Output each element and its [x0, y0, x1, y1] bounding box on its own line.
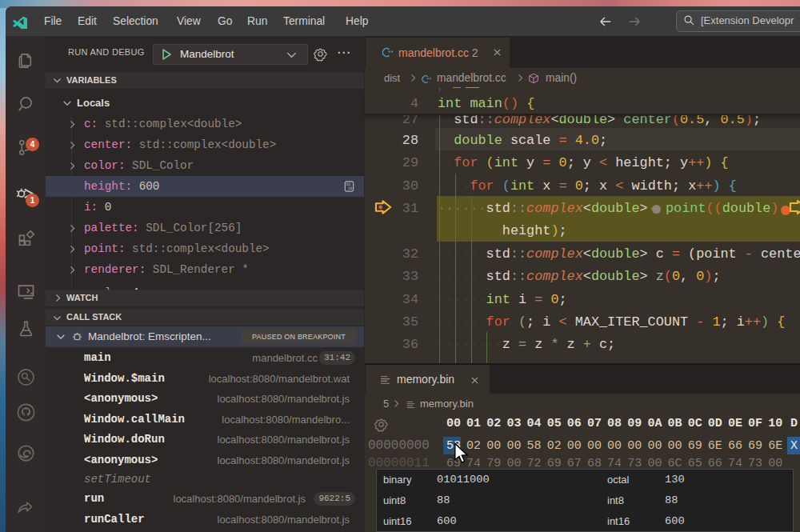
svg-text:10: 10: [348, 186, 353, 190]
